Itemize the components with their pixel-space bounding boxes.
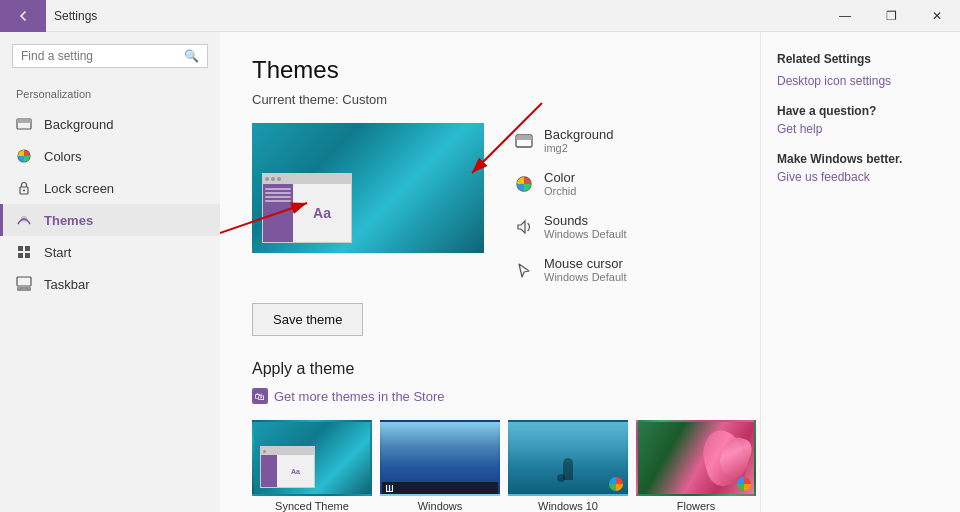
sidebar-label-taskbar: Taskbar — [44, 277, 90, 292]
theme-preview-image: Aa — [252, 123, 484, 253]
svg-point-5 — [21, 216, 27, 222]
theme-card-synced[interactable]: Aa Synced Theme — [252, 420, 372, 512]
titlebar: Settings — ❐ ✕ — [0, 0, 960, 32]
apply-section-title: Apply a theme — [252, 360, 728, 378]
lock-icon — [16, 180, 32, 196]
taskbar-icon — [16, 276, 32, 292]
related-settings-title: Related Settings — [777, 52, 944, 66]
cursor-prop-name: Mouse cursor — [544, 256, 627, 271]
have-question-section: Have a question? Get help — [777, 104, 944, 136]
theme-prop-cursor[interactable]: Mouse cursor Windows Default — [508, 252, 728, 287]
colors-icon — [16, 148, 32, 164]
theme-prop-sounds[interactable]: Sounds Windows Default — [508, 209, 728, 244]
background-prop-name: Background — [544, 127, 613, 142]
app-title: Settings — [46, 9, 97, 23]
theme-gallery: Aa Synced Theme — [252, 420, 728, 512]
svg-rect-11 — [17, 277, 31, 286]
sounds-prop-val: Windows Default — [544, 228, 627, 240]
sidebar-label-lockscreen: Lock screen — [44, 181, 114, 196]
sidebar-item-start[interactable]: Start — [0, 236, 220, 268]
cursor-prop-val: Windows Default — [544, 271, 627, 283]
sidebar: 🔍 Personalization Background — [0, 32, 220, 512]
sidebar-item-taskbar[interactable]: Taskbar — [0, 268, 220, 300]
theme-label-windows: Windows — [418, 500, 463, 512]
theme-image-windows — [380, 420, 500, 496]
store-link-label: Get more themes in the Store — [274, 389, 445, 404]
background-prop-icon — [514, 131, 534, 151]
sidebar-item-lockscreen[interactable]: Lock screen — [0, 172, 220, 204]
make-windows-better-section: Make Windows better. Give us feedback — [777, 152, 944, 184]
svg-rect-8 — [18, 253, 23, 258]
preview-window: Aa — [262, 173, 352, 243]
theme-preview-section: Aa Ba — [252, 123, 728, 287]
svg-rect-7 — [25, 246, 30, 251]
sidebar-item-colors[interactable]: Colors — [0, 140, 220, 172]
sidebar-label-themes: Themes — [44, 213, 93, 228]
svg-rect-1 — [17, 119, 31, 123]
sidebar-item-themes[interactable]: Themes — [0, 204, 220, 236]
color-prop-icon — [514, 174, 534, 194]
window-controls: — ❐ ✕ — [822, 0, 960, 32]
cursor-prop-icon — [514, 260, 534, 280]
theme-preview-row: Aa Ba — [252, 123, 728, 287]
theme-image-flowers — [636, 420, 756, 496]
sounds-prop-name: Sounds — [544, 213, 627, 228]
make-better-title: Make Windows better. — [777, 152, 944, 166]
svg-point-4 — [23, 190, 25, 192]
app-body: 🔍 Personalization Background — [0, 32, 960, 512]
theme-card-windows[interactable]: Windows — [380, 420, 500, 512]
sounds-prop-icon — [514, 217, 534, 237]
page-title: Themes — [252, 56, 728, 84]
theme-image-synced: Aa — [252, 420, 372, 496]
theme-prop-color[interactable]: Color Orchid — [508, 166, 728, 201]
feedback-link[interactable]: Give us feedback — [777, 170, 944, 184]
desktop-icon-settings-link[interactable]: Desktop icon settings — [777, 74, 944, 88]
svg-rect-9 — [25, 253, 30, 258]
minimize-button[interactable]: — — [822, 0, 868, 32]
related-settings-section: Related Settings Desktop icon settings — [777, 52, 944, 88]
close-button[interactable]: ✕ — [914, 0, 960, 32]
start-icon — [16, 244, 32, 260]
back-button[interactable] — [0, 0, 46, 32]
color-prop-name: Color — [544, 170, 576, 185]
have-question-title: Have a question? — [777, 104, 944, 118]
titlebar-left: Settings — [0, 0, 97, 32]
restore-button[interactable]: ❐ — [868, 0, 914, 32]
svg-rect-6 — [18, 246, 23, 251]
sidebar-section-label: Personalization — [0, 84, 220, 108]
sidebar-label-background: Background — [44, 117, 113, 132]
sidebar-item-background[interactable]: Background — [0, 108, 220, 140]
background-icon — [16, 116, 32, 132]
svg-rect-10 — [17, 287, 31, 291]
right-panel: Related Settings Desktop icon settings H… — [760, 32, 960, 512]
theme-card-windows10[interactable]: Windows 10 — [508, 420, 628, 512]
color-prop-val: Orchid — [544, 185, 576, 197]
theme-image-windows10 — [508, 420, 628, 496]
theme-label-windows10: Windows 10 — [538, 500, 598, 512]
search-box[interactable]: 🔍 — [12, 44, 208, 68]
theme-prop-background[interactable]: Background img2 — [508, 123, 728, 158]
get-help-link[interactable]: Get help — [777, 122, 944, 136]
sidebar-label-colors: Colors — [44, 149, 82, 164]
theme-card-flowers[interactable]: Flowers — [636, 420, 756, 512]
save-theme-button[interactable]: Save theme — [252, 303, 363, 336]
search-icon: 🔍 — [184, 49, 199, 63]
svg-rect-13 — [516, 135, 532, 140]
theme-label-synced: Synced Theme — [275, 500, 349, 512]
theme-label-flowers: Flowers — [677, 500, 716, 512]
sidebar-label-start: Start — [44, 245, 71, 260]
themes-icon — [16, 212, 32, 228]
main-content: Themes Current theme: Custom — [220, 32, 760, 512]
background-prop-val: img2 — [544, 142, 613, 154]
theme-properties: Background img2 — [508, 123, 728, 287]
store-link[interactable]: 🛍 Get more themes in the Store — [252, 388, 728, 404]
current-theme-label: Current theme: Custom — [252, 92, 728, 107]
search-input[interactable] — [21, 49, 184, 63]
store-icon: 🛍 — [252, 388, 268, 404]
back-icon — [17, 10, 29, 22]
